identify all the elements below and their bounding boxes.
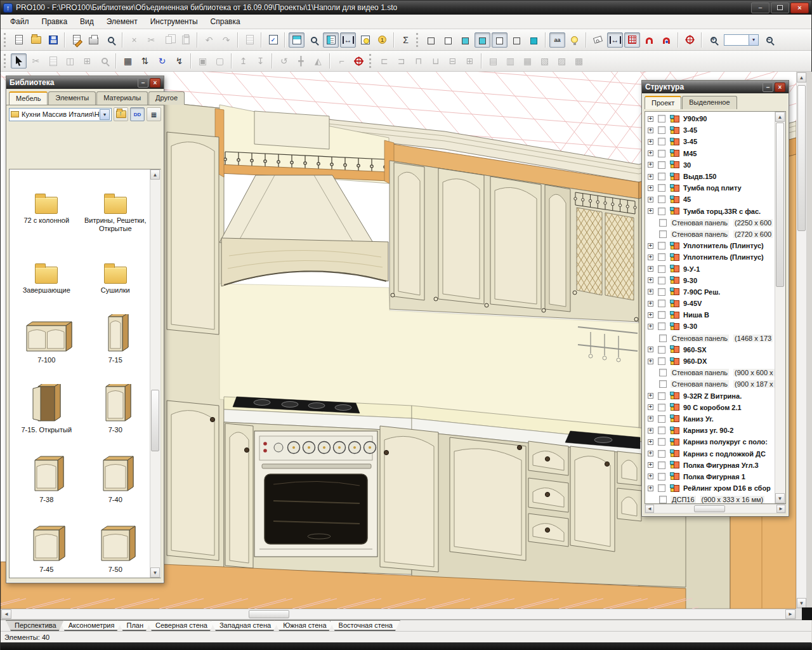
library-tab-другое[interactable]: Другое [148,91,185,105]
tree-row[interactable]: +Ниша В [645,309,775,321]
view-contours-button[interactable] [492,32,508,48]
tree-row[interactable]: +45 [645,194,775,205]
tree-row[interactable]: Стеновая панель(900 x 600 x [645,367,775,378]
tree-row[interactable]: +90 С коробом 2.1 [645,402,775,413]
library-scroll-up-icon[interactable]: ▲ [150,169,160,180]
swap-elements-button[interactable]: ⊞ [79,53,95,69]
snap-elements-button[interactable] [641,32,657,48]
tree-row[interactable]: +30 [645,159,775,171]
tree-row[interactable]: +Полка Фигурная Угл.3 [645,460,775,471]
window-resize-corner[interactable] [802,607,812,620]
tree-checkbox[interactable] [658,242,665,249]
tree-row[interactable]: Стеновая панель(2720 x 600 [645,229,775,240]
distribute-v-button[interactable]: ▥ [502,53,518,69]
library-tab-мебель[interactable]: Мебель [9,91,48,105]
center-horizontal-button[interactable]: ⊟ [445,53,461,69]
tree-expand-icon[interactable]: + [648,301,653,307]
toggle-dimensions-button[interactable]: ↔ [340,32,356,48]
structure-scroll-thumb[interactable] [776,123,784,287]
structure-title-bar[interactable]: Структура – × [642,81,789,93]
tree-row[interactable]: +960-SX [645,344,775,355]
tree-expand-icon[interactable]: + [648,347,653,352]
tree-row[interactable]: Стеновая панель(1468 x 173 [645,333,775,344]
tree-row[interactable]: +Карниз с подложкой ДС [645,448,775,459]
zoom-out-button[interactable] [761,32,777,48]
align-right-button[interactable]: ⊐ [393,53,409,69]
distribute-h-button[interactable]: ▤ [485,53,501,69]
print-preview-button[interactable] [103,32,119,48]
move-level-down-button[interactable]: ↧ [252,53,268,69]
tree-expand-icon[interactable]: + [648,393,653,399]
close-button[interactable]: × [790,3,809,13]
structure-scroll-up-icon[interactable]: ▲ [775,112,785,122]
tree-expand-icon[interactable]: + [648,289,653,295]
structure-tab-проект[interactable]: Проект [645,96,681,109]
tree-expand-icon[interactable]: + [648,116,653,122]
tree-row[interactable]: +Каниз Уг. [645,413,775,425]
tree-expand-icon[interactable]: + [648,185,653,191]
tree-row[interactable]: +3-45 [645,136,775,147]
tree-row[interactable]: +Рейлинг хром D16 в сбор [645,482,775,494]
tree-checkbox[interactable] [658,300,665,307]
tree-expand-icon[interactable]: + [648,428,653,434]
tree-row[interactable]: +Тумба торц.33R с фас. [645,206,775,217]
tree-checkbox[interactable] [658,196,665,203]
tree-checkbox[interactable] [658,450,665,458]
tree-checkbox[interactable] [658,415,665,423]
tree-expand-icon[interactable]: + [648,174,653,180]
rotate-90-button[interactable]: ↺ [276,53,292,69]
tree-row[interactable]: +Полка Фигурная 1 [645,471,775,482]
tree-checkbox[interactable] [658,277,665,284]
library-item-7-40[interactable]: 7-40 [81,454,150,515]
tree-row[interactable]: +Уплотнитель (Плинтус) [645,240,775,251]
view-thumbnails-button[interactable]: DD [130,107,145,121]
view-tab-аксонометрия[interactable]: Аксонометрия [60,620,122,631]
find-element-button[interactable] [96,53,112,69]
view-color-button[interactable] [457,32,473,48]
delete-button[interactable]: × [126,32,142,48]
tree-checkbox[interactable] [658,392,665,400]
tree-expand-icon[interactable]: + [648,128,653,133]
library-item-сушилки[interactable]: Сушилки [81,244,150,305]
tree-expand-icon[interactable]: + [648,150,653,156]
structure-minimize-button[interactable]: – [763,83,773,92]
tree-checkbox[interactable] [658,173,665,180]
toolbar-grip[interactable] [369,54,374,68]
tree-expand-icon[interactable]: + [648,462,653,468]
toolbar-grip[interactable] [4,54,8,68]
tree-expand-icon[interactable]: + [648,416,653,421]
library-path-combobox[interactable]: Кухни Массив Италия\Н ▾ [9,108,112,121]
mirror-element-button[interactable]: ◭ [310,53,326,69]
up-level-button[interactable] [114,107,128,121]
library-item-7-38[interactable]: 7-38 [12,454,81,515]
vertical-scroll-thumb[interactable] [797,85,806,231]
scroll-down-icon[interactable]: ▼ [797,598,806,608]
ungroup-button[interactable]: ▢ [212,53,228,69]
library-minimize-button[interactable]: – [138,78,148,88]
menu-элемент[interactable]: Элемент [101,15,143,28]
tree-row[interactable]: +М45 [645,148,775,159]
new-document-button[interactable] [11,32,27,48]
view-tab-северная-стена[interactable]: Северная стена [147,620,215,631]
structure-hscrollbar[interactable]: ◄ ► [645,504,786,514]
menu-справка[interactable]: Справка [205,15,246,28]
horizontal-scroll-thumb[interactable] [249,610,289,618]
minimize-button[interactable]: − [751,3,769,13]
tree-row[interactable]: +Тумба под плиту [645,182,775,194]
tree-row[interactable]: +9-30 [645,275,775,286]
print-button[interactable] [86,32,102,48]
move-level-up-button[interactable]: ↥ [235,53,251,69]
library-item-7-45[interactable]: 7-45 [12,524,81,578]
tree-row[interactable]: Стеновая панель(2250 x 600 [645,217,775,229]
tree-checkbox[interactable] [658,126,665,134]
tree-expand-icon[interactable]: + [648,312,653,318]
save-project-button[interactable] [45,32,61,48]
align-top-button[interactable]: ⊓ [410,53,426,69]
paste-button[interactable] [178,32,193,48]
saw-tool-button[interactable]: ✂ [28,53,44,69]
labels-button[interactable] [590,32,606,48]
tree-row[interactable]: +У90х90 [645,113,775,124]
tree-checkbox[interactable] [658,473,665,481]
center-element-button[interactable] [351,53,367,69]
tree-row[interactable]: +Выдв.150 [645,171,775,182]
